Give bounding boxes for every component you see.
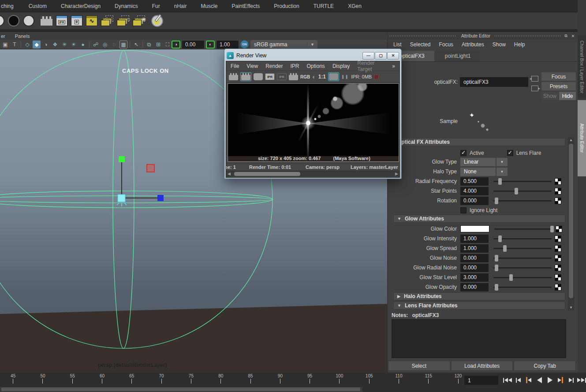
- glow-radial-noise-slider[interactable]: [493, 264, 552, 272]
- render-view-titlebar[interactable]: ▲ Render View — ▢ ✕: [226, 50, 400, 61]
- play-backwards-button[interactable]: [534, 375, 544, 385]
- exposure-field[interactable]: 0.00: [182, 41, 204, 49]
- step-forward-key-button[interactable]: [556, 375, 565, 385]
- render-layers-visibility-icon[interactable]: ◉: [133, 15, 145, 26]
- menu-nhair[interactable]: nHair: [167, 3, 194, 9]
- menu-dynamics[interactable]: Dynamics: [108, 3, 145, 9]
- ae-menu-selected[interactable]: Selected: [410, 41, 431, 48]
- show-button[interactable]: Show: [541, 92, 558, 100]
- select-tool-icon[interactable]: ↖: [132, 41, 140, 49]
- glow-noise-slider[interactable]: [493, 254, 552, 262]
- shaded-cube-icon[interactable]: ◆: [33, 41, 41, 49]
- ae-menu-list[interactable]: List: [393, 41, 402, 48]
- glow-color-slider[interactable]: [494, 225, 552, 233]
- range-slider-bar[interactable]: [1, 388, 360, 391]
- rotation-field[interactable]: 0.000: [460, 197, 489, 205]
- ae-menu-attributes[interactable]: Attributes: [462, 41, 484, 48]
- menu-muscle[interactable]: Muscle: [194, 3, 224, 9]
- glow-opacity-slider[interactable]: [493, 283, 552, 291]
- render-settings-icon[interactable]: [289, 73, 298, 80]
- one-to-one-button[interactable]: 1:1: [318, 74, 326, 80]
- xray-joints-icon[interactable]: ☍: [92, 41, 100, 49]
- render-layers-disable-icon[interactable]: ⦸: [117, 15, 129, 26]
- attributes-scrollbar[interactable]: ▲ ▼: [568, 137, 574, 310]
- glow-color-swatch[interactable]: [460, 225, 489, 232]
- contrast-icon[interactable]: ◐: [206, 41, 215, 49]
- star-points-field[interactable]: 4.000: [460, 187, 489, 195]
- default-material-icon[interactable]: ●: [79, 41, 87, 49]
- ae-menu-focus[interactable]: Focus: [439, 41, 453, 48]
- node-name-field[interactable]: opticalFX3: [460, 77, 528, 87]
- single-pane-icon[interactable]: ⧉: [145, 41, 153, 49]
- flat-shade-icon[interactable]: ◑: [42, 41, 50, 49]
- pause-icon[interactable]: ❚❚: [341, 75, 349, 79]
- go-to-end-button[interactable]: [577, 375, 586, 385]
- section-optical-fx-attributes[interactable]: Optical FX Attributes: [393, 138, 565, 146]
- multi-pane-icon[interactable]: ⊞: [154, 41, 162, 49]
- hide-button[interactable]: Hide: [559, 92, 576, 100]
- glow-star-level-field[interactable]: 3.000: [460, 273, 489, 282]
- menu-renderer-clipped[interactable]: er: [1, 34, 5, 39]
- attribute-editor-tab[interactable]: Attribute Editor: [578, 100, 586, 176]
- render-current-frame-icon[interactable]: [240, 72, 251, 81]
- halo-type-dropdown[interactable]: None: [460, 168, 496, 176]
- step-forward-frame-button[interactable]: [566, 375, 576, 385]
- textured-cube-icon[interactable]: ❖: [51, 41, 59, 49]
- use-all-lights-icon[interactable]: ✳: [60, 41, 68, 49]
- chevron-down-icon[interactable]: ▼: [496, 168, 508, 176]
- gamma-dropdown[interactable]: sRGB gamma ▼: [250, 40, 317, 49]
- menu-production[interactable]: Production: [267, 3, 306, 9]
- keep-image-icon[interactable]: [328, 72, 339, 81]
- render-clapperboard-icon[interactable]: [41, 16, 52, 26]
- lens-flare-checkbox[interactable]: ✓: [507, 150, 513, 156]
- glow-star-level-map-icon[interactable]: [555, 274, 561, 281]
- select-button[interactable]: Select: [388, 361, 450, 371]
- rendered-image[interactable]: size: 720 x 405 zoom: 0.467 (Maya Softwa…: [228, 83, 399, 162]
- clipped-sphere-icon[interactable]: [0, 15, 4, 26]
- batch-render-icon[interactable]: ∿: [86, 15, 97, 26]
- ae-menu-help[interactable]: Help: [514, 41, 525, 48]
- glow-type-dropdown[interactable]: Linear: [460, 158, 496, 166]
- notes-textarea[interactable]: [392, 319, 566, 358]
- ipr-render-icon[interactable]: IPR: [265, 73, 275, 80]
- maximize-button[interactable]: ▢: [375, 52, 387, 60]
- radial-frequency-field[interactable]: 0.500: [460, 177, 489, 186]
- current-frame-field[interactable]: 1: [464, 376, 498, 385]
- scroll-up-icon[interactable]: ▲: [568, 137, 574, 143]
- wireframe-cube-icon[interactable]: ◇: [23, 41, 31, 49]
- section-lens-flare-attributes[interactable]: ▼ Lens Flare Attributes: [393, 302, 565, 310]
- rv-menu-ipr[interactable]: IPR: [291, 63, 299, 69]
- range-slider[interactable]: [0, 386, 362, 392]
- render-layers-film-icon[interactable]: ⋮⋮: [101, 15, 113, 26]
- close-panel-icon[interactable]: ✕: [570, 34, 576, 38]
- render-settings-window-icon[interactable]: ⚙: [71, 15, 82, 26]
- glow-noise-map-icon[interactable]: [555, 255, 561, 261]
- rgb-channel-dropdown[interactable]: RGB: [300, 75, 310, 79]
- color-management-on-icon[interactable]: ON: [240, 40, 249, 49]
- focus-button[interactable]: Focus: [541, 72, 576, 81]
- attribute-editor-header[interactable]: Attribute Editor ⧉ ✕: [388, 33, 578, 39]
- render-view-window[interactable]: ▲ Render View — ▢ ✕ File View Render IPR…: [224, 49, 402, 179]
- close-button[interactable]: ✕: [387, 52, 399, 60]
- rv-menu-file[interactable]: File: [231, 63, 239, 69]
- radial-frequency-map-icon[interactable]: [555, 178, 561, 185]
- contrast-field[interactable]: 1.00: [216, 41, 239, 49]
- snapshot-icon[interactable]: [254, 73, 263, 80]
- menu-fur[interactable]: Fur: [145, 3, 167, 9]
- glow-opacity-map-icon[interactable]: [555, 284, 561, 291]
- sample-swatch[interactable]: [460, 106, 500, 138]
- glow-spread-field[interactable]: 1.000: [460, 244, 489, 253]
- ignore-light-checkbox[interactable]: [460, 207, 467, 213]
- float-panel-icon[interactable]: ⧉: [563, 34, 569, 38]
- menu-characterdesign[interactable]: CharacterDesign: [54, 3, 108, 9]
- menu-custom[interactable]: Custom: [22, 3, 54, 9]
- output-connection-icon[interactable]: [531, 86, 538, 91]
- chevron-down-icon[interactable]: ▼: [496, 158, 508, 166]
- scrollbar-thumb[interactable]: [569, 144, 573, 298]
- step-back-frame-button[interactable]: [513, 375, 523, 385]
- text-tool-icon[interactable]: T: [11, 41, 19, 49]
- isolate-select-icon[interactable]: ◌: [110, 41, 118, 49]
- scrollbar-thumb[interactable]: [234, 172, 300, 176]
- paint-tool-icon[interactable]: [151, 15, 163, 27]
- presets-button[interactable]: Presets: [541, 82, 576, 90]
